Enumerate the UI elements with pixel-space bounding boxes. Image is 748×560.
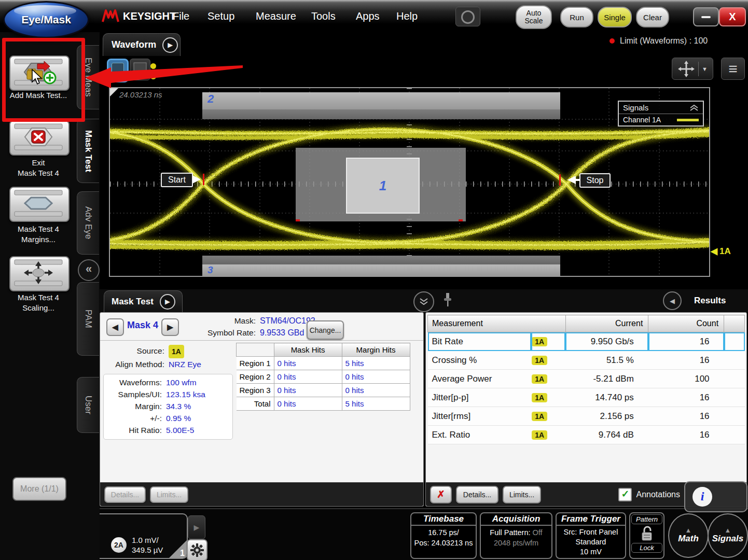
tab-mask-test[interactable]: Mask Test xyxy=(77,119,99,183)
channel-badge: 1A xyxy=(532,430,547,440)
channel-badge: 1A xyxy=(532,356,547,365)
legend-collapse-icon[interactable] xyxy=(689,104,699,111)
waveform-play-icon[interactable]: ▶ xyxy=(162,37,178,53)
signals-button[interactable]: ▲ Signals xyxy=(708,513,748,558)
col-measurement: Measurement xyxy=(428,315,566,332)
mask-test-panel-tab[interactable]: Mask Test ▶ xyxy=(104,290,183,312)
menu-measure[interactable]: Measure xyxy=(256,0,296,32)
tab-adv-eye[interactable]: Adv Eye xyxy=(77,191,99,255)
mask-region-1: 1 xyxy=(296,148,466,221)
channel-2a-badge[interactable]: 2A xyxy=(111,537,127,553)
waveform-tab[interactable]: Waveform ▶ xyxy=(103,33,181,56)
results-details-button[interactable]: Details... xyxy=(456,486,498,503)
run-button[interactable]: Run xyxy=(560,7,593,27)
math-button[interactable]: ▲ Math xyxy=(668,513,709,558)
exit-mask-test-button[interactable] xyxy=(9,120,70,156)
mask-margins-icon xyxy=(10,188,66,219)
results-table[interactable]: Measurement Current Count Bit Rate 1A 9.… xyxy=(427,315,745,444)
table-row: Bit Rate 1A 9.950 Gb/s 16 xyxy=(428,332,745,351)
menu-tools[interactable]: Tools xyxy=(311,0,336,32)
scroll-channels-right-button[interactable]: ▶ xyxy=(188,515,205,539)
annotation-highlight-box xyxy=(2,38,85,122)
crosshair-move-icon xyxy=(677,61,695,77)
more-button[interactable]: More (1/1) xyxy=(12,477,66,501)
single-button[interactable]: Single xyxy=(598,7,632,27)
margin-value: 34.3 % xyxy=(166,400,191,412)
prev-mask-button[interactable]: ◀ xyxy=(106,318,124,336)
annotations-checkbox[interactable]: ✓ xyxy=(618,488,632,501)
pan-dropdown-icon[interactable]: ▼ xyxy=(702,66,708,72)
tab-user[interactable]: User xyxy=(77,377,99,433)
col-mask-hits: Mask Hits xyxy=(274,343,342,357)
close-button[interactable]: X xyxy=(719,7,746,26)
auto-scale-button[interactable]: AutoScale xyxy=(516,5,552,29)
menu-file[interactable]: File xyxy=(173,0,189,32)
delete-measurement-button[interactable]: ✗ xyxy=(430,486,452,503)
symbol-rate-label: Symbol Rate: xyxy=(188,327,256,339)
margin-label: Margin: xyxy=(104,400,162,412)
math-up-icon: ▲ xyxy=(685,527,692,534)
stop-flag[interactable]: Stop xyxy=(579,173,611,188)
exit-mask-test-label: ExitMask Test 4 xyxy=(0,158,77,178)
acquisition-panel[interactable]: Acquisition Full Pattern: Off 2048 pts/w… xyxy=(480,512,552,559)
full-pattern-label: Full Pattern: xyxy=(490,528,530,537)
info-icon: i xyxy=(692,487,712,507)
mask-test-panel: ◀ Mask 4 ▶ Mask: Symbol Rate: STM64/OC19… xyxy=(100,312,424,507)
mask-scaling-button[interactable] xyxy=(9,256,70,291)
menu-apps[interactable]: Apps xyxy=(356,0,380,32)
channel-badge: 1A xyxy=(532,393,547,402)
brand-label: KEYSIGHT xyxy=(123,0,176,32)
mask-details-button[interactable]: Details... xyxy=(104,486,146,503)
camera-icon[interactable] xyxy=(455,7,480,26)
menu-help[interactable]: Help xyxy=(396,0,418,32)
table-row: Region 20 hits0 hits xyxy=(237,370,410,384)
mask-margins-button[interactable] xyxy=(9,187,70,222)
mask-limits-button[interactable]: Limits... xyxy=(150,486,188,503)
start-marker xyxy=(203,174,204,185)
settings-gear-button[interactable] xyxy=(187,539,207,560)
timebase-panel[interactable]: Timebase 16.75 ps/ Pos: 24.03213 ns xyxy=(410,512,477,559)
eye-diagram-plot[interactable]: 2 3 1 24.03213 ns Start Stop Signals Cha… xyxy=(109,87,710,277)
change-mask-button[interactable]: Change... xyxy=(307,320,344,340)
next-mask-button[interactable]: ▶ xyxy=(161,318,179,336)
channel-badge: 1A xyxy=(532,412,547,421)
tab-pam[interactable]: PAM xyxy=(77,282,99,356)
chevron-double-down-icon xyxy=(419,298,428,306)
channel-1a-marker: ◀ 1A xyxy=(711,246,731,257)
pattern-label: Pattern xyxy=(631,514,662,524)
signals-legend[interactable]: Signals Channel 1A xyxy=(618,101,704,127)
minimize-button[interactable] xyxy=(693,7,719,26)
ch2-offset: 349.5 µV xyxy=(132,545,163,555)
menu-setup[interactable]: Setup xyxy=(207,0,234,32)
plus-minus-label: +/-: xyxy=(104,412,162,424)
results-limits-button[interactable]: Limits... xyxy=(503,486,541,503)
mask-test-footer: Details... Limits... xyxy=(100,482,423,506)
results-back-icon[interactable]: ◀ xyxy=(663,291,682,310)
timebase-position-readout: 24.03213 ns xyxy=(119,90,162,99)
pan-zoom-button[interactable]: ▼ xyxy=(672,58,713,80)
annotation-arrow xyxy=(78,60,249,89)
collapse-sidebar-button[interactable]: « xyxy=(78,259,100,281)
gear-icon xyxy=(190,543,204,557)
start-arrow-icon xyxy=(191,175,203,184)
pattern-lock-panel[interactable]: Pattern Lock xyxy=(629,512,664,559)
limit-status-icon xyxy=(610,38,615,44)
table-row: Jitter[rms] 1A 2.156 ps 16 xyxy=(428,407,745,426)
pin-icon[interactable] xyxy=(442,292,453,307)
hit-ratio-value: 5.00E-5 xyxy=(166,424,194,436)
mask-scaling-label: Mask Test 4Scaling... xyxy=(0,292,77,313)
col-margin-hits: Margin Hits xyxy=(342,343,410,357)
start-flag[interactable]: Start xyxy=(161,173,193,187)
marker-left-icon: ◀ xyxy=(711,246,717,257)
menu-button[interactable]: ≡ xyxy=(721,58,745,80)
plus-minus-value: 0.95 % xyxy=(166,412,191,424)
frame-trigger-panel[interactable]: Frame Trigger Src: Front Panel Standard … xyxy=(556,512,626,559)
results-panel-tab[interactable]: ◀ Results xyxy=(658,289,748,312)
channel-1a-swatch xyxy=(677,119,699,121)
signals-up-icon: ▲ xyxy=(725,527,731,534)
app-mode-logo[interactable]: Eye/Mask xyxy=(3,1,89,38)
info-button[interactable]: i xyxy=(684,481,747,512)
mask-test-play-icon[interactable]: ▶ xyxy=(160,294,175,310)
collapse-panel-button[interactable] xyxy=(413,291,434,312)
clear-button[interactable]: Clear xyxy=(636,7,669,27)
